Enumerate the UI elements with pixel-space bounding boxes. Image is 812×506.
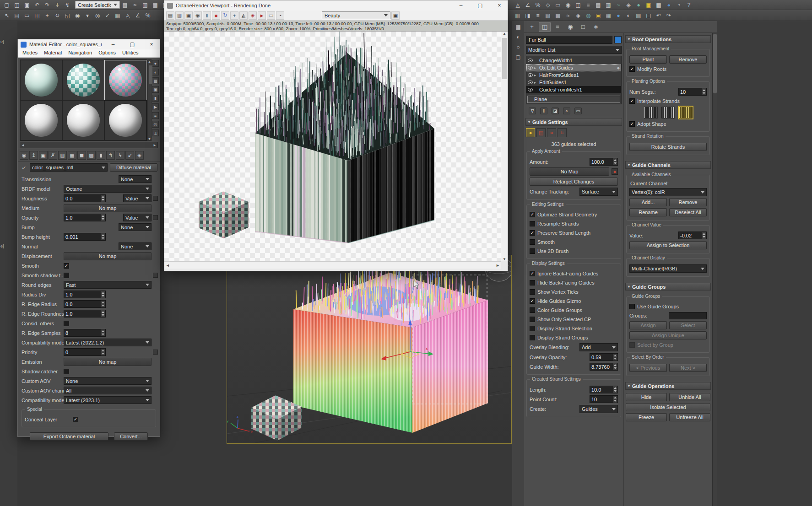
remove-button[interactable]: Remove xyxy=(669,55,707,64)
configure-modifier-sets-icon[interactable]: ▭ xyxy=(574,108,582,114)
angle-snap-icon[interactable]: ∠ xyxy=(523,1,532,9)
menu-options[interactable]: Options xyxy=(96,49,119,57)
medium-map-button[interactable]: No map xyxy=(64,204,152,212)
normal-dropdown[interactable]: None xyxy=(119,242,152,250)
render-setup-icon[interactable]: ▣ xyxy=(644,1,653,9)
motion-tab[interactable]: ◉ xyxy=(564,22,576,32)
go-to-parent-icon[interactable]: ↰ xyxy=(106,151,115,160)
scroll-left-arrow[interactable]: ◄ xyxy=(166,263,170,268)
no-map-button[interactable]: No Map xyxy=(530,167,609,176)
make-preview-icon[interactable]: ▶ xyxy=(152,103,159,110)
display-tab[interactable]: □ xyxy=(577,22,589,32)
deselect-all-button[interactable]: Deselect All xyxy=(669,208,707,216)
use-guide-groups-checkbox[interactable] xyxy=(629,304,635,309)
priority-map-slot[interactable] xyxy=(153,350,158,355)
use-pivot-center-icon[interactable]: ◎ xyxy=(93,11,102,20)
named-sets-icon[interactable]: ▥ xyxy=(513,11,522,20)
roughness-spinner[interactable]: 0.0 xyxy=(64,194,106,202)
isolate-selection-icon[interactable]: ◉ xyxy=(563,1,573,9)
spinner-arrows-icon[interactable] xyxy=(101,214,105,221)
stop-rendering-icon[interactable]: ■ xyxy=(212,11,220,20)
spinner-arrows-icon[interactable] xyxy=(101,233,105,240)
undo-view-icon[interactable]: ↶ xyxy=(654,11,663,20)
schematic-view-icon[interactable]: ◈ xyxy=(624,1,633,9)
reset-map-icon[interactable]: ✗ xyxy=(49,151,57,160)
scene-explorer-icon[interactable]: ▥ xyxy=(141,1,150,9)
r-edge-roundness-spinner[interactable]: 1.0 xyxy=(64,310,106,318)
material-name-dropdown[interactable]: color_squares_mtl xyxy=(30,163,108,172)
hierarchy-tab[interactable]: ≡ xyxy=(552,22,563,32)
material-type-button[interactable]: Diffuse material xyxy=(110,163,157,172)
spinner-arrows-icon[interactable] xyxy=(613,396,617,403)
assign-unique-button[interactable]: Assign Unique xyxy=(629,331,707,339)
percent-snap-2-icon[interactable]: % xyxy=(143,11,152,20)
vertex-0-colr-dropdown[interactable]: Vertex(0): colR xyxy=(629,188,707,196)
civil-view-icon[interactable]: ▨ xyxy=(634,11,643,20)
minimize-button[interactable]: – xyxy=(105,39,121,49)
roughness-mode-dropdown[interactable]: Value xyxy=(123,194,152,202)
bump-dropdown[interactable]: None xyxy=(119,223,152,231)
rollout-header-guide-settings[interactable]: ▾Guide Settings xyxy=(525,118,622,126)
next-button[interactable]: Next > xyxy=(669,364,707,372)
select-and-manipulate-icon[interactable]: ✓ xyxy=(103,11,112,20)
length-spinner[interactable]: 10.0 xyxy=(590,386,618,393)
assign-to-selection-button[interactable]: Assign to Selection xyxy=(629,241,707,249)
interpolate-strands-checkbox[interactable]: ✓ xyxy=(629,98,635,104)
preserve-strand-length-checkbox[interactable]: ✓ xyxy=(530,230,535,236)
remove-button[interactable]: Remove xyxy=(669,198,707,206)
angle-snap-2-icon[interactable]: ∠ xyxy=(133,11,142,20)
spinner-arrows-icon[interactable] xyxy=(613,386,617,393)
material-preview-slot-5[interactable] xyxy=(62,100,104,140)
arnold-icon[interactable]: ◐ xyxy=(624,11,633,20)
modifier-stack-item-editguides1[interactable]: ▸EditGuides1 xyxy=(526,79,621,86)
object-picker-icon[interactable]: ► xyxy=(258,11,266,20)
mirror-2-icon[interactable]: ◨ xyxy=(523,11,532,20)
modifier-stack-item-changewidth1[interactable]: ChangeWidth1 xyxy=(526,57,621,64)
overlay-blending-dropdown[interactable]: Add xyxy=(579,343,618,351)
spinner-arrows-icon[interactable] xyxy=(101,291,105,298)
bump-height-spinner[interactable]: 0.001 xyxy=(64,233,106,241)
rectangular-selection-region-icon[interactable]: ▭ xyxy=(22,11,32,20)
custom-aov-channel-dropdown[interactable]: All xyxy=(64,387,152,394)
material-preview-slot-6[interactable] xyxy=(104,100,146,140)
round-edges-dropdown[interactable]: Fast xyxy=(64,281,152,289)
toggle-scene-explorer-icon[interactable]: ▤ xyxy=(594,1,603,9)
scroll-up-arrow[interactable]: ▲ xyxy=(148,60,151,63)
background-icon[interactable]: ▦ xyxy=(152,77,159,84)
region-render-icon[interactable]: ▭ xyxy=(267,11,275,20)
close-button[interactable]: × xyxy=(491,0,508,11)
spinner-arrows-icon[interactable] xyxy=(613,354,617,361)
viewport-layout-tabs-icon[interactable]: ▦ xyxy=(514,23,523,31)
maximize-button[interactable]: ▢ xyxy=(472,0,488,11)
spinner-arrows-icon[interactable] xyxy=(101,195,105,202)
pan-view-icon[interactable]: ◐ xyxy=(514,33,523,41)
render-vertical-scrollbar[interactable]: ▲ ▼ xyxy=(501,32,508,261)
scroll-down-arrow[interactable]: ▼ xyxy=(503,257,506,261)
edit-named-selection-sets-icon[interactable]: ▤ xyxy=(120,1,130,9)
align-2-icon[interactable]: ≡ xyxy=(533,11,542,20)
perspective-viewport[interactable]: xxyz xyxy=(227,255,512,444)
track-view-icon[interactable]: ≈ xyxy=(130,1,140,9)
material-editor-titlebar[interactable]: Material Editor - color_squares_mtl – ▢ … xyxy=(18,39,160,49)
select-button[interactable]: Select xyxy=(669,321,707,329)
object-name-field[interactable]: Fur Ball xyxy=(526,36,612,44)
scrollbar-thumb[interactable] xyxy=(149,65,152,84)
straight-strand-button[interactable] xyxy=(644,107,658,118)
select-by-material-icon[interactable]: ◎ xyxy=(152,121,159,128)
material-preview-slot-1[interactable] xyxy=(20,60,62,100)
export-render-icon[interactable]: ▥ xyxy=(175,11,184,20)
select-brush-icon[interactable]: ▤ xyxy=(536,128,546,137)
unlink-selection-icon[interactable]: ↯ xyxy=(63,1,72,9)
spinner-arrows-icon[interactable] xyxy=(702,232,706,239)
menu-material[interactable]: Material xyxy=(41,49,65,57)
layer-manager-icon[interactable]: ▧ xyxy=(543,11,552,20)
create-tab[interactable]: + xyxy=(526,22,538,32)
material-preview-slot-4[interactable] xyxy=(20,100,62,140)
render-pass-dropdown[interactable]: Beauty xyxy=(322,11,390,19)
close-button[interactable]: × xyxy=(143,39,160,49)
sculpt-brush-icon[interactable]: ● xyxy=(526,128,535,137)
preview-horizontal-scrollbar[interactable]: ◄ ► xyxy=(20,142,158,148)
modifier-stack-item-hairfromguides1[interactable]: ▸HairFromGuides1 xyxy=(526,71,621,79)
render-production-icon[interactable]: ◕ xyxy=(664,1,673,9)
visibility-eye-icon[interactable] xyxy=(528,59,533,62)
